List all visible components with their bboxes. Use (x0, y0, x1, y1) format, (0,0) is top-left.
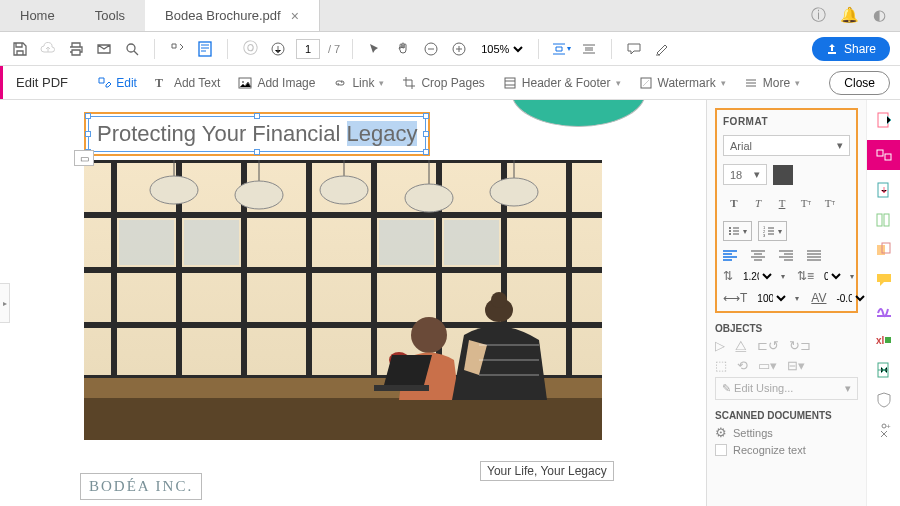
selection-tool-icon[interactable] (167, 39, 187, 59)
tab-document[interactable]: Bodea Brochure.pdf × (145, 0, 320, 31)
subscript-button[interactable]: TT (819, 193, 841, 213)
replace-icon[interactable]: ⟲ (737, 358, 748, 373)
arrange-icon[interactable]: ▭▾ (758, 358, 777, 373)
svg-point-50 (729, 233, 731, 235)
align-right-button[interactable] (779, 249, 797, 261)
edit-using-dropdown[interactable]: ✎ Edit Using...▾ (715, 377, 858, 400)
header-footer-button[interactable]: Header & Footer (503, 76, 621, 90)
cloud-icon[interactable] (38, 39, 58, 59)
svg-point-6 (242, 81, 244, 83)
edit-toolbar: Edit PDF Edit TAdd Text Add Image Link C… (0, 66, 900, 100)
horizontal-scale-dropdown[interactable]: 100 (753, 292, 789, 305)
pointer-icon[interactable] (365, 39, 385, 59)
email-icon[interactable] (94, 39, 114, 59)
resize-handle[interactable] (85, 113, 91, 119)
crop-object-icon[interactable]: ⬚ (715, 358, 727, 373)
tab-home[interactable]: Home (0, 0, 75, 31)
rail-more-tools-icon[interactable]: + (874, 420, 894, 440)
align-left-button[interactable] (723, 249, 741, 261)
document-image[interactable]: ▭ (84, 160, 602, 440)
crop-pages-button[interactable]: Crop Pages (402, 76, 484, 90)
svg-rect-23 (119, 220, 174, 265)
flip-horizontal-icon[interactable]: ▷ (715, 338, 725, 354)
paragraph-space-dropdown[interactable]: 0 (820, 270, 844, 283)
bullet-list-button[interactable]: ▾ (723, 221, 752, 241)
print-icon[interactable] (66, 39, 86, 59)
zoom-out-icon[interactable] (421, 39, 441, 59)
resize-handle[interactable] (423, 113, 429, 119)
rail-edit-icon[interactable] (867, 140, 901, 170)
rotate-ccw-icon[interactable]: ⊏↺ (757, 338, 779, 354)
zoom-select[interactable]: 105% (477, 42, 526, 56)
superscript-button[interactable]: TT (795, 193, 817, 213)
rail-redact-icon[interactable]: xl (874, 330, 894, 350)
rail-compress-icon[interactable] (874, 360, 894, 380)
logo-text-box[interactable]: BODÉA INC. (80, 473, 202, 500)
page-total: / 7 (328, 43, 340, 55)
add-image-button[interactable]: Add Image (238, 76, 315, 90)
save-icon[interactable] (10, 39, 30, 59)
svg-rect-7 (505, 78, 515, 88)
resize-handle[interactable] (85, 131, 91, 137)
search-icon[interactable] (122, 39, 142, 59)
format-heading: FORMAT (723, 116, 850, 127)
align-justify-button[interactable] (807, 249, 825, 261)
link-button[interactable]: Link (333, 76, 384, 90)
zoom-in-icon[interactable] (449, 39, 469, 59)
italic-button[interactable]: T (747, 193, 769, 213)
left-panel-expand[interactable]: ▸ (0, 283, 10, 323)
comment-icon[interactable] (624, 39, 644, 59)
settings-row[interactable]: ⚙Settings (715, 425, 858, 440)
page-number-input[interactable] (296, 39, 320, 59)
rail-sign-icon[interactable] (874, 300, 894, 320)
close-tab-icon[interactable]: × (291, 8, 299, 24)
help-icon[interactable]: ⓘ (811, 6, 826, 25)
text-color-swatch[interactable] (773, 165, 793, 185)
page-down-icon[interactable] (268, 39, 288, 59)
read-mode-icon[interactable] (579, 39, 599, 59)
close-button[interactable]: Close (829, 71, 890, 95)
tagline-text-box[interactable]: Your Life, Your Legacy (480, 461, 614, 481)
fit-width-icon[interactable]: ▾ (551, 39, 571, 59)
account-icon[interactable]: ◐ (873, 6, 886, 25)
rail-export-icon[interactable] (874, 180, 894, 200)
numbered-list-button[interactable]: 123▾ (758, 221, 787, 241)
flip-vertical-icon[interactable]: ⧋ (735, 338, 747, 354)
selected-text-box[interactable]: Protecting Your Financial Legacy (84, 112, 430, 156)
rail-organize-icon[interactable] (874, 210, 894, 230)
watermark-button[interactable]: Watermark (639, 76, 726, 90)
more-button[interactable]: More (744, 76, 800, 90)
font-size-dropdown[interactable]: 18▾ (723, 164, 767, 185)
tracking-dropdown[interactable]: -0.05 (832, 292, 866, 305)
rail-protect-icon[interactable] (874, 390, 894, 410)
resize-handle[interactable] (254, 113, 260, 119)
right-panel-collapse[interactable]: ▸ (706, 283, 707, 323)
svg-rect-38 (84, 398, 602, 440)
page-view-icon[interactable] (195, 39, 215, 59)
document-canvas[interactable]: ▸ Protecting Your Financial Legacy ▭ (0, 100, 706, 506)
edit-tool-button[interactable]: Edit (97, 76, 137, 90)
rotate-cw-icon[interactable]: ↻⊐ (789, 338, 811, 354)
svg-rect-25 (379, 220, 434, 265)
resize-handle[interactable] (423, 131, 429, 137)
align-object-icon[interactable]: ⊟▾ (787, 358, 805, 373)
underline-button[interactable]: T (771, 193, 793, 213)
notifications-icon[interactable]: 🔔 (840, 6, 859, 25)
rail-combine-icon[interactable] (874, 240, 894, 260)
rail-create-icon[interactable] (874, 110, 894, 130)
highlight-icon[interactable] (652, 39, 672, 59)
line-height-dropdown[interactable]: 1.20 (739, 270, 775, 283)
font-family-dropdown[interactable]: Arial▾ (723, 135, 850, 156)
tab-tools[interactable]: Tools (75, 0, 145, 31)
bold-button[interactable]: T (723, 193, 745, 213)
hand-icon[interactable] (393, 39, 413, 59)
heading-text[interactable]: Protecting Your Financial Legacy (97, 121, 417, 146)
share-button[interactable]: Share (812, 37, 890, 61)
page-up-icon[interactable]: ⓞ (240, 39, 260, 59)
add-text-button[interactable]: TAdd Text (155, 76, 220, 90)
align-center-button[interactable] (751, 249, 769, 261)
rail-comment-icon[interactable] (874, 270, 894, 290)
resize-handle[interactable] (254, 149, 260, 155)
resize-handle[interactable] (423, 149, 429, 155)
recognize-checkbox[interactable] (715, 444, 727, 456)
